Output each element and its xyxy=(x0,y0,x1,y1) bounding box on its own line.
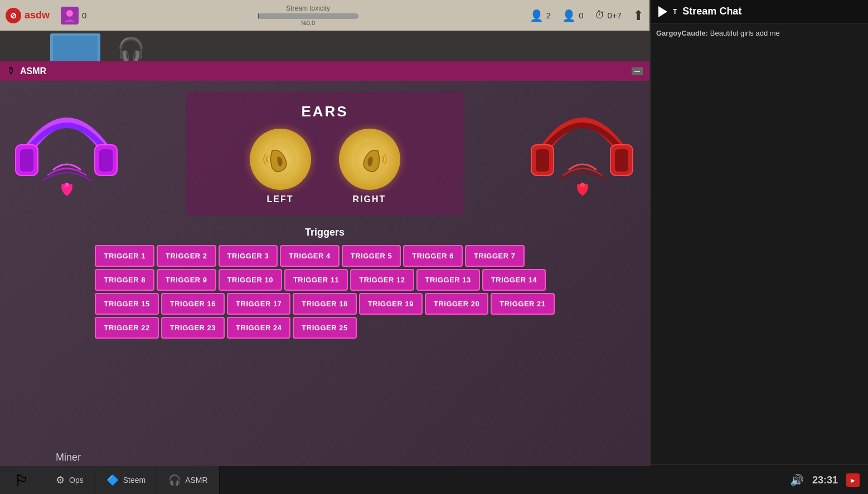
avatar-count: 0 xyxy=(82,11,86,20)
svg-rect-5 xyxy=(99,149,113,172)
trigger-button[interactable]: TRIGGER 2 xyxy=(157,245,216,267)
left-ear-circle xyxy=(250,129,311,190)
trigger-button[interactable]: TRIGGER 10 xyxy=(219,269,282,291)
toxicity-section: Stream toxicity %0,0 xyxy=(98,4,518,26)
asmr-panel: 🎙 ASMR — xyxy=(0,61,649,494)
asmr-minimize-button[interactable]: — xyxy=(632,67,643,75)
app-name: asdw xyxy=(25,9,50,21)
nav-steem[interactable]: 🔷 Steem xyxy=(95,466,157,494)
asmr-content: EARS xyxy=(0,81,649,494)
asmr-nav-label: ASMR xyxy=(185,476,207,485)
headphone-right xyxy=(527,89,638,214)
trigger-row: TRIGGER 22TRIGGER 23TRIGGER 24TRIGGER 25 xyxy=(95,317,554,339)
trigger-button[interactable]: TRIGGER 14 xyxy=(482,269,546,291)
trigger-row: TRIGGER 8TRIGGER 9TRIGGER 10TRIGGER 11TR… xyxy=(95,269,554,291)
headphone-left xyxy=(11,89,123,214)
miner-label: Miner xyxy=(56,452,81,463)
bottom-right: 🔊 23:31 ▶ xyxy=(782,473,868,487)
trigger-button[interactable]: TRIGGER 16 xyxy=(161,293,225,315)
preview-headphones: 🎧 xyxy=(117,36,145,61)
left-ear[interactable]: LEFT xyxy=(250,129,311,204)
asmr-title: ASMR xyxy=(20,66,46,76)
chat-title: Stream Chat xyxy=(682,6,741,17)
clock-display: 23:31 xyxy=(812,475,838,486)
asmr-titlebar: 🎙 ASMR — xyxy=(0,61,649,81)
ops-label: Ops xyxy=(69,476,84,485)
svg-point-6 xyxy=(65,183,69,187)
monitor-screen xyxy=(53,36,98,61)
chat-panel: T Stream Chat GargoyCaudle: Beautiful gi… xyxy=(649,0,868,494)
trigger-row: TRIGGER 1TRIGGER 2TRIGGER 3TRIGGER 4TRIG… xyxy=(95,245,554,267)
timer-icon: ⏱ xyxy=(595,9,605,21)
trigger-button[interactable]: TRIGGER 24 xyxy=(227,317,290,339)
trigger-button[interactable]: TRIGGER 9 xyxy=(157,269,216,291)
right-ear-circle xyxy=(339,129,400,190)
trigger-button[interactable]: TRIGGER 19 xyxy=(359,293,423,315)
svg-rect-10 xyxy=(536,149,549,172)
asmr-nav-icon: 🎧 xyxy=(168,474,181,486)
play-icon xyxy=(658,6,667,17)
trigger-rows: TRIGGER 1TRIGGER 2TRIGGER 3TRIGGER 4TRIG… xyxy=(95,245,554,341)
avatar xyxy=(61,7,79,25)
trigger-button[interactable]: TRIGGER 4 xyxy=(280,245,340,267)
trigger-button[interactable]: TRIGGER 15 xyxy=(95,293,158,315)
trigger-row: TRIGGER 15TRIGGER 16TRIGGER 17TRIGGER 18… xyxy=(95,293,554,315)
trigger-button[interactable]: TRIGGER 13 xyxy=(416,269,480,291)
gray-stat: 👤 0 xyxy=(562,9,583,22)
trigger-button[interactable]: TRIGGER 7 xyxy=(465,245,525,267)
trigger-button[interactable]: TRIGGER 18 xyxy=(293,293,356,315)
right-ear[interactable]: RIGHT xyxy=(339,129,400,204)
gray-count: 0 xyxy=(579,11,583,20)
viewers-stat: 👤 2 xyxy=(530,9,551,22)
svg-point-1 xyxy=(66,10,73,17)
triggers-label: Triggers xyxy=(305,227,345,238)
timer-value: 0+7 xyxy=(608,11,622,20)
right-ear-label: RIGHT xyxy=(353,194,386,204)
trigger-button[interactable]: TRIGGER 23 xyxy=(161,317,225,339)
trigger-button[interactable]: TRIGGER 21 xyxy=(491,293,554,315)
viewers-count: 2 xyxy=(546,11,551,20)
nav-ops[interactable]: ⚙ Ops xyxy=(45,466,95,494)
chat-header: T Stream Chat xyxy=(651,0,868,23)
toxicity-fill xyxy=(258,13,259,19)
steem-label: Steem xyxy=(123,476,146,485)
cloud-button[interactable]: ⬆ xyxy=(633,8,644,23)
stream-preview: 🎧 xyxy=(0,31,649,61)
ears-row: LEFT RIG xyxy=(250,129,400,204)
svg-point-13 xyxy=(580,183,585,187)
nav-asmr[interactable]: 🎧 ASMR xyxy=(157,466,219,494)
ears-section: EARS xyxy=(186,92,464,216)
bottombar: 🏳 ⚙ Ops 🔷 Steem 🎧 ASMR 🔊 23:31 ▶ xyxy=(0,466,868,494)
chat-message: GargoyCaudle: Beautiful girls add me xyxy=(656,29,862,37)
triggers-section: Triggers TRIGGER 1TRIGGER 2TRIGGER 3TRIG… xyxy=(11,227,638,341)
trigger-button[interactable]: TRIGGER 12 xyxy=(350,269,414,291)
ops-icon: ⚙ xyxy=(56,474,65,486)
logo-icon: ⊘ xyxy=(6,8,21,23)
trigger-button[interactable]: TRIGGER 5 xyxy=(342,245,401,267)
chat-messages: GargoyCaudle: Beautiful girls add me xyxy=(651,23,868,464)
svg-rect-12 xyxy=(615,149,628,172)
timer-stat: ⏱ 0+7 xyxy=(595,9,622,21)
trigger-button[interactable]: TRIGGER 1 xyxy=(95,245,154,267)
avatar-section: 0 xyxy=(61,7,86,25)
steem-icon: 🔷 xyxy=(106,474,119,486)
toxicity-value: %0,0 xyxy=(301,19,315,26)
svg-rect-3 xyxy=(20,149,33,172)
trigger-button[interactable]: TRIGGER 20 xyxy=(425,293,488,315)
trigger-button[interactable]: TRIGGER 8 xyxy=(95,269,154,291)
stream-indicator: ▶ xyxy=(846,473,860,487)
ears-title: EARS xyxy=(301,103,348,120)
left-ear-label: LEFT xyxy=(267,194,294,204)
asmr-icon: 🎙 xyxy=(7,66,16,76)
trigger-button[interactable]: TRIGGER 6 xyxy=(403,245,463,267)
person-icon: 👤 xyxy=(530,9,544,22)
toxicity-bar xyxy=(258,13,358,19)
volume-icon: 🔊 xyxy=(790,473,804,487)
trigger-button[interactable]: TRIGGER 22 xyxy=(95,317,158,339)
gray-person-icon: 👤 xyxy=(562,9,576,22)
trigger-button[interactable]: TRIGGER 17 xyxy=(227,293,290,315)
trigger-button[interactable]: TRIGGER 11 xyxy=(284,269,348,291)
bottom-logo: 🏳 xyxy=(0,466,45,494)
trigger-button[interactable]: TRIGGER 25 xyxy=(293,317,356,339)
trigger-button[interactable]: TRIGGER 3 xyxy=(219,245,278,267)
